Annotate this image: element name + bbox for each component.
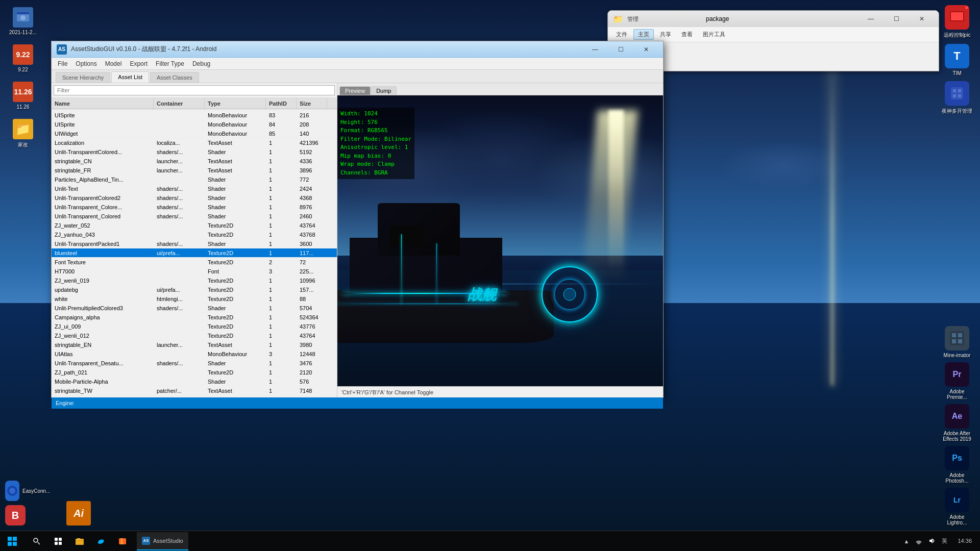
show-desktop[interactable] bbox=[976, 531, 980, 552]
adobe-photoshop-icon[interactable]: Ps Adobe Photosh... bbox=[939, 446, 975, 484]
table-body[interactable]: UISprite MonoBehaviour 81 204 UILabel Mo… bbox=[52, 109, 337, 397]
table-row[interactable]: Unlit-TransparentColored2 shaders/... Sh… bbox=[52, 193, 337, 203]
file-explorer-close[interactable]: ✕ bbox=[910, 12, 934, 26]
desktop-icon-922[interactable]: 9.22 9.22 bbox=[5, 42, 41, 74]
table-row[interactable]: Font Texture Texture2D 2 72 bbox=[52, 258, 337, 267]
table-row[interactable]: Unlit-Transparent_Colore... shaders/... … bbox=[52, 203, 337, 212]
menu-file[interactable]: File bbox=[54, 59, 71, 68]
td-container: shaders/... bbox=[154, 241, 205, 247]
preview-tab-dump[interactable]: Dump bbox=[371, 86, 397, 95]
taskbar-bandizip[interactable] bbox=[112, 531, 133, 552]
tray-language[interactable]: 英 bbox=[940, 535, 949, 547]
table-row[interactable]: ZJ_wenli_019 Texture2D 1 10996 bbox=[52, 276, 337, 285]
table-row[interactable]: Unlit-Transparent_Colored shaders/... Sh… bbox=[52, 212, 337, 221]
desktop-icon-yese[interactable]: 夜神多开管理 bbox=[939, 81, 975, 115]
asset-studio-maximize[interactable]: ☐ bbox=[609, 43, 632, 56]
table-row[interactable]: ZJ_wenli_012 Texture2D 1 43764 bbox=[52, 331, 337, 340]
tab-asset-classes[interactable]: Asset Classes bbox=[150, 72, 199, 83]
td-container: launcher... bbox=[154, 342, 205, 348]
menu-filter-type[interactable]: Filter Type bbox=[152, 59, 188, 68]
ribbon-btn-view[interactable]: 查看 bbox=[677, 30, 697, 39]
table-row[interactable]: UISprite MonoBehaviour 84 208 bbox=[52, 120, 337, 129]
menu-model[interactable]: Model bbox=[101, 59, 126, 68]
menu-debug[interactable]: Debug bbox=[188, 59, 214, 68]
td-pathid: 1 bbox=[266, 213, 297, 219]
adobe-premiere-icon[interactable]: Pr Adobe Premie... bbox=[939, 362, 975, 400]
ai-taskbar-icon[interactable]: Ai bbox=[66, 501, 91, 525]
table-row[interactable]: ZJ_path_021 Texture2D 1 2120 bbox=[52, 368, 337, 377]
table-row[interactable]: Localization localiza... TextAsset 1 421… bbox=[52, 138, 337, 147]
table-row[interactable]: Unlit-TransparentColored... shaders/... … bbox=[52, 147, 337, 157]
preview-tab-preview[interactable]: Preview bbox=[339, 86, 371, 95]
ribbon-btn-share[interactable]: 共享 bbox=[656, 30, 675, 39]
tab-scene-hierarchy[interactable]: Scene Hierarchy bbox=[56, 72, 110, 83]
tray-arrow[interactable]: ▲ bbox=[902, 536, 912, 546]
table-row[interactable]: stringtable_TW patcher/... TextAsset 1 7… bbox=[52, 386, 337, 395]
table-row[interactable]: Font Texture fonts/de... Texture2D 2 72 bbox=[52, 395, 337, 397]
b-icon[interactable]: B bbox=[5, 505, 41, 525]
table-row[interactable]: UISprite MonoBehaviour 83 216 bbox=[52, 111, 337, 120]
td-pathid: 85 bbox=[266, 131, 297, 137]
ribbon-btn-picture-tools[interactable]: 图片工具 bbox=[699, 30, 729, 39]
taskbar-file-explorer[interactable] bbox=[69, 531, 90, 552]
tab-asset-list[interactable]: Asset List bbox=[111, 71, 149, 83]
table-row[interactable]: stringtable_EN launcher... TextAsset 1 3… bbox=[52, 340, 337, 349]
table-row[interactable]: Unlit-TransparentPacked1 shaders/... Sha… bbox=[52, 239, 337, 248]
asset-studio-window-controls: — ☐ ✕ bbox=[583, 43, 658, 56]
start-button[interactable] bbox=[0, 531, 24, 552]
file-explorer-ribbon: 文件 主页 共享 查看 图片工具 bbox=[608, 27, 939, 42]
desktop-icon-remote[interactable]: 远程控制pic bbox=[939, 5, 975, 39]
menu-options[interactable]: Options bbox=[71, 59, 101, 68]
mine-imator-icon[interactable]: Mine-imator bbox=[939, 326, 975, 358]
desktop-icon-1126[interactable]: 11.26 11.26 bbox=[5, 80, 41, 112]
table-row[interactable]: updatebg ui/prefa... Texture2D 1 157... bbox=[52, 285, 337, 294]
table-row[interactable]: ZJ_yanhuo_043 Texture2D 1 43768 bbox=[52, 230, 337, 239]
filter-input[interactable] bbox=[54, 85, 335, 95]
table-row[interactable]: Particles_AlphaBlend_Tin... Shader 1 772 bbox=[52, 175, 337, 184]
file-explorer-maximize[interactable]: ☐ bbox=[885, 12, 908, 26]
td-type: Texture2D bbox=[205, 296, 266, 302]
table-row[interactable]: Unlit-Text shaders/... Shader 1 2424 bbox=[52, 184, 337, 193]
taskbar: AS AssetStudio ▲ 英 14:36 bbox=[0, 531, 980, 551]
taskbar-app-assetsudio[interactable]: AS AssetStudio bbox=[137, 532, 188, 550]
table-row[interactable]: stringtable_FR launcher... TextAsset 1 3… bbox=[52, 166, 337, 175]
table-row[interactable]: white htmlengi... Texture2D 1 88 bbox=[52, 294, 337, 304]
table-row[interactable]: ZJ_ui_009 Texture2D 1 43776 bbox=[52, 322, 337, 331]
easyconn-icon[interactable]: EasyConn... bbox=[5, 481, 41, 501]
svg-rect-1 bbox=[17, 12, 29, 14]
table-row[interactable]: ZJ_water_052 Texture2D 1 43764 bbox=[52, 221, 337, 230]
table-row[interactable]: UIAtlas MonoBehaviour 3 12448 bbox=[52, 349, 337, 359]
td-size: 2120 bbox=[297, 369, 327, 375]
tray-network[interactable] bbox=[913, 535, 924, 547]
asset-studio-close[interactable]: ✕ bbox=[634, 43, 658, 56]
table-row[interactable]: Unlit-Transparent_Desatu... shaders/... … bbox=[52, 359, 337, 368]
file-explorer-minimize[interactable]: — bbox=[859, 12, 883, 26]
tab-bar: Scene Hierarchy Asset List Asset Classes bbox=[52, 70, 663, 83]
td-name: white bbox=[52, 296, 154, 302]
adobe-lightroom-icon[interactable]: Lr Adobe Lightro... bbox=[939, 488, 975, 525]
table-row[interactable]: stringtable_CN launcher... TextAsset 1 4… bbox=[52, 157, 337, 166]
status-bar: Engine: bbox=[52, 397, 663, 409]
desktop-icon-folder[interactable]: 📁 家改 bbox=[5, 117, 41, 151]
table-row[interactable]: UIWidget MonoBehaviour 85 140 bbox=[52, 129, 337, 138]
ribbon-btn-file[interactable]: 文件 bbox=[612, 30, 631, 39]
desktop-icon-screenshot[interactable]: 2021-11-2... bbox=[5, 5, 41, 37]
table-row[interactable]: bluesteel ui/prefa... Texture2D 1 117... bbox=[52, 248, 337, 258]
desktop-icon-tim[interactable]: T TIM bbox=[939, 44, 975, 76]
taskbar-time[interactable]: 14:36 bbox=[953, 537, 976, 544]
td-size: 772 bbox=[297, 177, 327, 183]
taskbar-edge[interactable] bbox=[91, 531, 111, 552]
td-type: Shader bbox=[205, 186, 266, 192]
asset-studio-minimize[interactable]: — bbox=[583, 43, 607, 56]
table-row[interactable]: Campaigns_alpha Texture2D 1 524364 bbox=[52, 313, 337, 322]
taskbar-task-view[interactable] bbox=[48, 531, 68, 552]
td-size: 72 bbox=[297, 259, 327, 265]
table-row[interactable]: Unlit-PremultipliedColored3 shaders/... … bbox=[52, 304, 337, 313]
table-row[interactable]: Mobile-Particle-Alpha Shader 1 576 bbox=[52, 377, 337, 386]
menu-export[interactable]: Export bbox=[126, 59, 152, 68]
table-row[interactable]: HT7000 Font 3 225... bbox=[52, 267, 337, 276]
tray-volume[interactable] bbox=[926, 535, 938, 547]
ribbon-btn-home[interactable]: 主页 bbox=[633, 29, 654, 40]
taskbar-search[interactable] bbox=[27, 531, 47, 552]
adobe-after-effects-icon[interactable]: Ae Adobe After Effects 2019 bbox=[939, 404, 975, 442]
